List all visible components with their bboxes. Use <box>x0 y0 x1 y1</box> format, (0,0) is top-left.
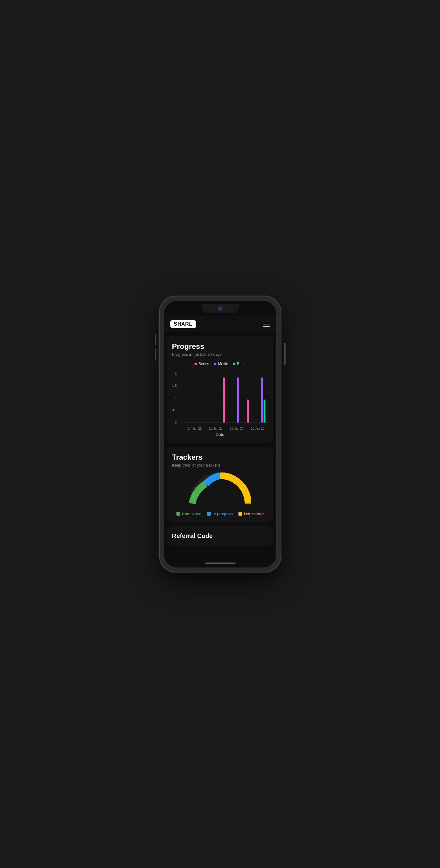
trackers-legend: Completed In progress Not started <box>172 512 268 516</box>
bar-group-16jan <box>196 370 208 423</box>
donut-chart-container <box>172 472 268 507</box>
legend-book: Book <box>233 362 245 366</box>
hamburger-menu-button[interactable] <box>263 321 270 327</box>
y-label-2: 2 <box>172 372 179 375</box>
progress-card: Progress Progress in the last 14 days Se… <box>167 336 273 443</box>
movie-dot <box>214 363 216 365</box>
legend-movie: Movie <box>214 362 228 366</box>
trackers-title: Trackers <box>172 453 268 462</box>
y-label-0: 0 <box>172 421 179 424</box>
chart-legend: Series Movie Book <box>172 362 268 366</box>
completed-label: Completed <box>182 512 202 516</box>
power-button[interactable] <box>284 343 285 365</box>
y-label-1-5: 1.5 <box>172 384 179 388</box>
volume-up-button[interactable] <box>155 334 156 345</box>
volume-down-button[interactable] <box>155 349 156 361</box>
progress-subtitle: Progress in the last 14 days <box>172 352 268 357</box>
y-axis-labels: 2 1.5 1 0.5 0 <box>172 370 179 423</box>
bar-series-20jan <box>247 400 249 422</box>
app-content: SHARL Progress Progress in the last 14 d… <box>164 316 276 559</box>
trackers-card: Trackers Keep track of your trackers <box>167 447 273 523</box>
series-label: Series <box>198 362 209 366</box>
bar-series-18jan <box>223 377 225 423</box>
series-dot <box>195 363 197 365</box>
not-started-label: Not started <box>244 512 264 516</box>
in-progress-label: In progress <box>213 512 233 516</box>
logo: SHARL <box>170 320 196 328</box>
trackers-subtitle: Keep track of your trackers <box>172 463 268 468</box>
x-axis-title: Date <box>172 432 268 437</box>
legend-not-started: Not started <box>238 512 264 516</box>
bars-area <box>184 370 268 423</box>
not-started-square <box>238 512 242 516</box>
hamburger-line-3 <box>263 326 270 327</box>
home-bar <box>205 562 236 564</box>
hamburger-line-2 <box>263 324 270 324</box>
referral-title: Referral Code <box>172 532 268 539</box>
bar-group-20jan <box>244 370 256 423</box>
bar-group-14jan <box>184 370 197 423</box>
bar-book-21jan <box>264 400 265 422</box>
legend-series: Series <box>195 362 209 366</box>
bar-group-18jan <box>220 370 232 423</box>
hamburger-line-1 <box>263 321 270 322</box>
bar-movie-21jan <box>261 377 263 423</box>
status-bar <box>164 301 276 316</box>
phone-screen: SHARL Progress Progress in the last 14 d… <box>164 301 276 567</box>
bar-group-21jan <box>256 370 268 423</box>
book-label: Book <box>237 362 245 366</box>
app-header: SHARL <box>164 316 276 332</box>
completed-square <box>176 512 180 516</box>
donut-chart-svg <box>189 472 251 507</box>
phone-frame: SHARL Progress Progress in the last 14 d… <box>160 297 281 572</box>
book-dot <box>233 363 235 365</box>
bar-chart: 2 1.5 1 0.5 0 <box>172 370 268 437</box>
chart-container: 2 1.5 1 0.5 0 <box>172 370 268 432</box>
bar-group-19jan <box>232 370 244 423</box>
bar-movie-19jan <box>237 377 239 423</box>
bar-group-17jan <box>208 370 221 423</box>
in-progress-square <box>207 512 211 516</box>
movie-label: Movie <box>218 362 228 366</box>
home-indicator[interactable] <box>164 559 276 567</box>
notch <box>202 304 239 313</box>
legend-completed: Completed <box>176 512 202 516</box>
y-label-1: 1 <box>172 396 179 400</box>
progress-title: Progress <box>172 342 268 351</box>
camera <box>218 307 222 310</box>
y-label-0-5: 0.5 <box>172 408 179 412</box>
referral-card: Referral Code <box>167 526 273 546</box>
legend-in-progress: In progress <box>207 512 233 516</box>
